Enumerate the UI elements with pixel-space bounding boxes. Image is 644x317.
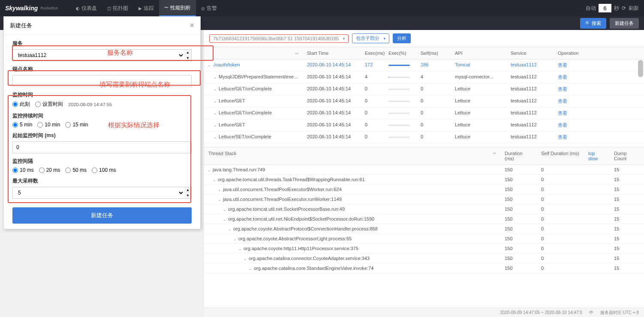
radio-set-time[interactable]: 设置时间 (35, 101, 63, 108)
auto-seconds-input[interactable] (599, 4, 611, 12)
tree-toggle-icon[interactable]: ⌄ (218, 197, 221, 202)
tree-toggle-icon[interactable]: ⌄ (208, 168, 211, 172)
table-row[interactable]: ⌄Lettuce/SET/onComplete 2020-08-10 14:45… (204, 132, 644, 144)
tree-toggle-icon[interactable]: ⌄ (218, 188, 221, 192)
self-duration: 0 (537, 185, 584, 194)
radio-now[interactable]: 此刻 (12, 101, 30, 108)
th-op: Operation (554, 47, 592, 59)
analyze-button[interactable]: 分析 (393, 33, 411, 43)
tree-toggle-icon[interactable]: ⌄ (214, 75, 217, 79)
tree-toggle-icon[interactable]: ⌄ (238, 247, 242, 251)
stepper-down-icon[interactable]: ▼ (184, 193, 191, 198)
self-duration: 0 (537, 224, 584, 233)
table-row[interactable]: ⌄org.apache.tomcat.util.net.NioEndpoint$… (204, 214, 644, 224)
tree-toggle-icon[interactable]: ⌄ (214, 87, 217, 91)
nav-item[interactable]: 〜性能剖析 (159, 0, 196, 16)
tree-toggle-icon[interactable]: ⌄ (214, 99, 217, 103)
th-self-duration: Self Duration (ms) (537, 147, 584, 164)
search-button[interactable]: 🔍 搜索 (580, 18, 606, 29)
duration-radio[interactable]: 10 min (37, 122, 60, 128)
nav-label: 拓扑图 (113, 5, 128, 12)
exec-pct (384, 72, 416, 83)
scrollbar-vertical[interactable] (638, 60, 643, 77)
nav-item[interactable]: ◎告警 (196, 0, 222, 16)
operation-link[interactable]: 查看 (554, 108, 592, 119)
self-ms: 0 (416, 132, 451, 143)
resize-icon[interactable]: ⇔ (493, 151, 496, 156)
duration-radio[interactable]: 5 min (12, 122, 32, 128)
auto-unit: 秒 (614, 5, 619, 12)
duration-radio[interactable]: 15 min (65, 122, 88, 128)
tree-toggle-icon[interactable]: ⌄ (223, 207, 226, 212)
table-row[interactable]: ⌄Lettuce/GET/onComplete 2020-08-10 14:45… (204, 108, 644, 120)
max-sample-select[interactable]: 5 (12, 187, 184, 199)
tree-toggle-icon[interactable]: ⌄ (214, 123, 217, 127)
tree-toggle-icon[interactable]: ⌄ (214, 111, 217, 115)
tree-toggle-icon[interactable]: ⌄ (214, 135, 217, 139)
refresh-icon[interactable]: ⟳ (622, 5, 626, 11)
table-row[interactable]: ⌄java.util.concurrent.ThreadPoolExecutor… (204, 194, 644, 204)
tree-toggle-icon[interactable]: ⌄ (213, 178, 216, 182)
nav-item[interactable]: ◐仪表盘 (71, 0, 102, 16)
operation-link[interactable]: 查看 (554, 60, 592, 71)
table-row[interactable]: ⌄java.lang.Thread.run:749 150 0 15 (204, 165, 644, 175)
interval-radio[interactable]: 100 ms (92, 167, 116, 173)
stepper-down-icon[interactable]: ▼ (184, 55, 191, 61)
table-row[interactable]: ⌄org.apache.catalina.connector.CoyoteAda… (204, 254, 644, 263)
dump-count: 15 (610, 244, 644, 253)
start-time: 2020-08-10 14:45:14 (303, 120, 361, 131)
table-row[interactable]: ⌄org.apache.tomcat.util.threads.TaskThre… (204, 175, 644, 185)
table-row[interactable]: ⌄Lettuce/GET/onComplete 2020-08-10 14:45… (204, 84, 644, 96)
include-children-select[interactable]: 包含子部分▼ (352, 33, 389, 43)
tree-toggle-icon[interactable]: ⌄ (244, 257, 247, 261)
stepper-up-icon[interactable]: ▲ (184, 187, 191, 193)
threshold-input[interactable] (12, 141, 192, 153)
tree-toggle-icon[interactable]: ⌄ (228, 227, 232, 231)
service-name: testuaa1112 (506, 132, 554, 143)
operation-link[interactable]: 查看 (554, 96, 592, 107)
nav-label: 仪表盘 (81, 5, 97, 12)
table-row[interactable]: ⌄org.apache.coyote.AbstractProtocol$Conn… (204, 224, 644, 234)
trace-id-select[interactable]: 7b71b683412191756696c3be06b7 51 15970419… (209, 34, 349, 43)
operation-link[interactable]: 查看 (554, 120, 592, 131)
nav-item[interactable]: ▶追踪 (133, 0, 159, 16)
dump-count: 15 (610, 254, 644, 263)
self-ms: 0 (416, 108, 451, 119)
tree-toggle-icon[interactable]: ⌄ (249, 266, 252, 271)
tree-toggle-icon[interactable]: ⌄ (223, 217, 226, 221)
self-duration: 0 (537, 204, 584, 214)
table-row[interactable]: ⌄java.util.concurrent.ThreadPoolExecutor… (204, 185, 644, 194)
stack-frame: ⌄org.apache.catalina.core.StandardEngine… (204, 263, 500, 273)
table-row[interactable]: ⌄org.apache.coyote.AbstractProcessorLigh… (204, 234, 644, 244)
table-row[interactable]: ⌄org.apache.catalina.core.StandardEngine… (204, 263, 644, 273)
start-time: 2020-08-10 14:45:14 (303, 96, 361, 107)
service-select[interactable]: testuaa1112 (12, 49, 184, 61)
operation-link[interactable]: 查看 (554, 72, 592, 83)
interval-radio[interactable]: 20 ms (39, 167, 60, 173)
interval-radio[interactable]: 10 ms (12, 167, 34, 173)
endpoint-input[interactable] (12, 75, 192, 87)
resize-icon[interactable]: ⇔ (295, 51, 298, 56)
filter-bar: 7b71b683412191756696c3be06b7 51 15970419… (204, 30, 644, 47)
api-name: Lettuce (451, 132, 506, 143)
operation-link[interactable]: 查看 (554, 84, 592, 95)
create-task-button[interactable]: 新建任务 (12, 207, 192, 224)
table-row[interactable]: ⌄Mysql/JDBI/PreparedStatement/execute 20… (204, 72, 644, 84)
nav-icon: ◎ (201, 6, 205, 11)
tree-toggle-icon[interactable]: ⌄ (208, 63, 211, 67)
table-row[interactable]: ⌄Lettuce/GET 2020-08-10 14:45:14 0 0 Let… (204, 96, 644, 108)
footer-tz: 服务器时区 UTC + 8 (600, 310, 639, 316)
table-row[interactable]: ⌄org.apache.tomcat.util.net.SocketProces… (204, 204, 644, 214)
table-row[interactable]: ⌄org.apache.coyote.http11.Http11Processo… (204, 244, 644, 254)
close-icon[interactable]: × (190, 21, 194, 30)
nav-item[interactable]: ◫拓扑图 (102, 0, 133, 16)
table-row[interactable]: ⌄Lettuce/GET 2020-08-10 14:45:14 0 0 Let… (204, 120, 644, 132)
new-task-button[interactable]: 新建任务 (610, 18, 639, 29)
table-row[interactable]: ⌄./oauth/token 2020-08-10 14:45:14 172 1… (204, 60, 644, 72)
top-slow-link[interactable]: top slow (584, 147, 610, 164)
stepper-up-icon[interactable]: ▲ (184, 50, 191, 55)
lang-toggle[interactable]: 中 (589, 310, 593, 316)
interval-radio[interactable]: 50 ms (65, 167, 87, 173)
tree-toggle-icon[interactable]: ⌄ (233, 237, 237, 241)
operation-link[interactable]: 查看 (554, 132, 592, 143)
